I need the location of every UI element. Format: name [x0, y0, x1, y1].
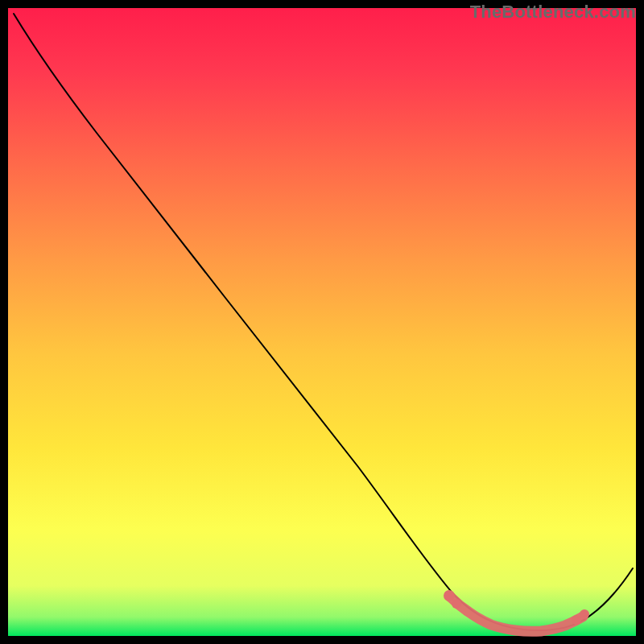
highlight-dot	[452, 599, 461, 609]
chart-stage: TheBottleneck.com	[0, 0, 644, 644]
watermark-text: TheBottleneck.com	[470, 2, 636, 23]
plot-background	[8, 8, 636, 636]
plot-svg	[0, 0, 644, 644]
highlight-dot	[572, 615, 581, 625]
highlight-dot	[580, 609, 589, 619]
highlight-dot	[444, 590, 455, 601]
